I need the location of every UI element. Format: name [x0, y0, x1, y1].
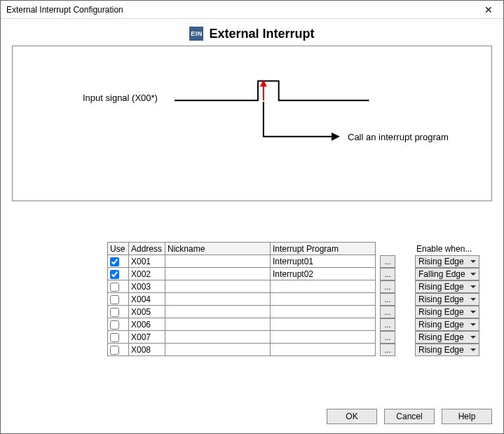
cell-address: X001 — [129, 255, 165, 268]
cell-address: X005 — [129, 306, 165, 318]
table-row: X008 — [108, 344, 376, 356]
browse-button[interactable]: ... — [380, 344, 395, 356]
browse-button[interactable]: ... — [380, 331, 395, 344]
edge-select[interactable]: Rising Edge — [415, 331, 479, 344]
edge-select[interactable]: Rising Edge — [415, 318, 479, 331]
cell-address: X002 — [129, 268, 165, 280]
table-row: X006 — [108, 318, 376, 331]
cell-interrupt-program[interactable] — [271, 344, 376, 356]
dialog-button-row: OK Cancel Help — [327, 409, 492, 424]
ein-icon: EIN — [189, 27, 203, 41]
use-checkbox[interactable] — [110, 308, 119, 317]
table-row: X005 — [108, 306, 376, 318]
cell-use — [108, 344, 129, 356]
cell-interrupt-program[interactable] — [271, 280, 376, 293]
col-header-addr: Address — [129, 243, 165, 255]
input-signal-label: Input signal (X00*) — [83, 93, 158, 103]
cancel-button[interactable]: Cancel — [384, 409, 435, 424]
browse-button[interactable]: ... — [380, 293, 395, 306]
cell-interrupt-program[interactable]: Interrupt02 — [271, 268, 376, 280]
use-checkbox[interactable] — [110, 320, 119, 330]
browse-button[interactable]: ... — [380, 306, 395, 318]
browse-button[interactable]: ... — [380, 255, 395, 268]
table-row: X002Interrupt02 — [108, 268, 376, 280]
cell-use — [108, 280, 129, 293]
col-header-nick: Nickname — [165, 243, 271, 255]
edge-select[interactable]: Rising Edge — [415, 306, 479, 318]
cell-interrupt-program[interactable] — [271, 331, 376, 344]
use-checkbox[interactable] — [110, 295, 119, 304]
close-button[interactable]: ✕ — [474, 1, 503, 19]
dialog-header: EIN External Interrupt — [1, 19, 503, 44]
use-checkbox[interactable] — [110, 257, 119, 266]
col-header-use: Use — [108, 243, 129, 255]
table-row: X003 — [108, 280, 376, 293]
cell-address: X008 — [129, 344, 165, 356]
edge-select[interactable]: Rising Edge — [415, 255, 479, 268]
cell-use — [108, 306, 129, 318]
cell-nickname[interactable] — [165, 306, 271, 318]
edge-select[interactable]: Rising Edge — [415, 344, 479, 356]
browse-button[interactable]: ... — [380, 268, 395, 280]
use-checkbox[interactable] — [110, 270, 119, 279]
cell-use — [108, 331, 129, 344]
edge-select[interactable]: Rising Edge — [415, 280, 479, 293]
window-title: External Interrupt Configuration — [6, 5, 123, 15]
cell-address: X006 — [129, 318, 165, 331]
cell-interrupt-program[interactable] — [271, 293, 376, 306]
svg-marker-2 — [332, 133, 340, 141]
interrupt-table-area: Use Address Nickname Interrupt Program X… — [12, 242, 492, 356]
col-header-iprog: Interrupt Program — [271, 243, 376, 255]
cell-address: X003 — [129, 280, 165, 293]
table-row: X007 — [108, 331, 376, 344]
cell-nickname[interactable] — [165, 255, 271, 268]
table-row: X004 — [108, 293, 376, 306]
call-interrupt-label: Call an interrupt program — [348, 132, 449, 142]
help-button[interactable]: Help — [442, 409, 492, 424]
interrupt-table: Use Address Nickname Interrupt Program X… — [107, 242, 376, 356]
browse-button[interactable]: ... — [380, 280, 395, 293]
ok-button[interactable]: OK — [327, 409, 377, 424]
cell-address: X004 — [129, 293, 165, 306]
cell-interrupt-program[interactable] — [271, 306, 376, 318]
use-checkbox[interactable] — [110, 283, 119, 292]
timing-diagram: Input signal (X00*) Call an interrupt pr… — [12, 46, 492, 201]
close-icon: ✕ — [484, 4, 493, 15]
timing-diagram-svg — [13, 46, 491, 201]
dialog-title: External Interrupt — [209, 27, 314, 41]
cell-use — [108, 318, 129, 331]
browse-column: ........................ — [380, 242, 395, 356]
use-checkbox[interactable] — [110, 333, 119, 342]
cell-nickname[interactable] — [165, 280, 271, 293]
cell-nickname[interactable] — [165, 268, 271, 280]
titlebar: External Interrupt Configuration ✕ — [1, 1, 503, 19]
cell-use — [108, 268, 129, 280]
cell-nickname[interactable] — [165, 344, 271, 356]
table-row: X001Interrupt01 — [108, 255, 376, 268]
cell-nickname[interactable] — [165, 293, 271, 306]
use-checkbox[interactable] — [110, 346, 119, 355]
cell-interrupt-program[interactable]: Interrupt01 — [271, 255, 376, 268]
cell-nickname[interactable] — [165, 318, 271, 331]
cell-interrupt-program[interactable] — [271, 318, 376, 331]
edge-select[interactable]: Rising Edge — [415, 293, 479, 306]
enable-when-column: Enable when... Rising EdgeFalling EdgeRi… — [415, 242, 479, 356]
cell-use — [108, 293, 129, 306]
enable-when-header: Enable when... — [415, 242, 479, 255]
cell-nickname[interactable] — [165, 331, 271, 344]
edge-select[interactable]: Falling Edge — [415, 268, 479, 280]
cell-use — [108, 255, 129, 268]
cell-address: X007 — [129, 331, 165, 344]
browse-button[interactable]: ... — [380, 318, 395, 331]
